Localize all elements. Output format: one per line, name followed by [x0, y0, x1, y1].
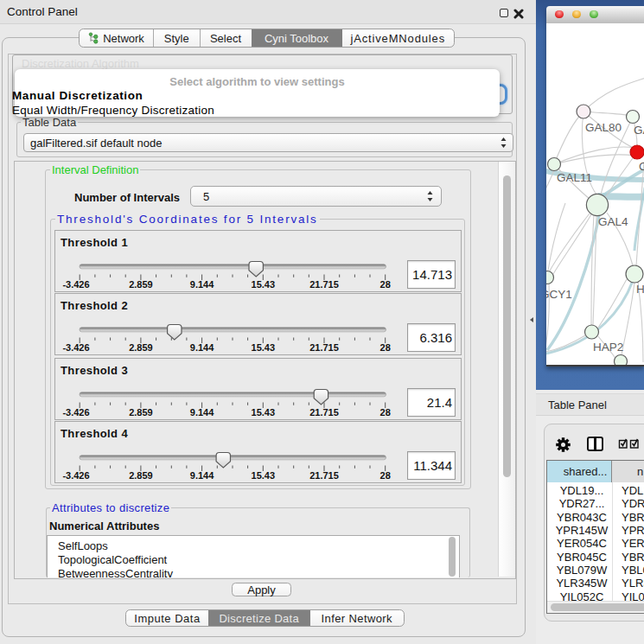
- svg-text:H: H: [636, 283, 644, 296]
- svg-text:GAL80: GAL80: [585, 121, 622, 134]
- svg-text:GAL11: GAL11: [557, 171, 592, 184]
- svg-text:GA: GA: [634, 124, 644, 137]
- svg-text:GCY1: GCY1: [546, 288, 572, 301]
- svg-text:C: C: [639, 160, 644, 173]
- svg-text:GAL4: GAL4: [598, 215, 628, 228]
- svg-text:HAP2: HAP2: [593, 341, 623, 354]
